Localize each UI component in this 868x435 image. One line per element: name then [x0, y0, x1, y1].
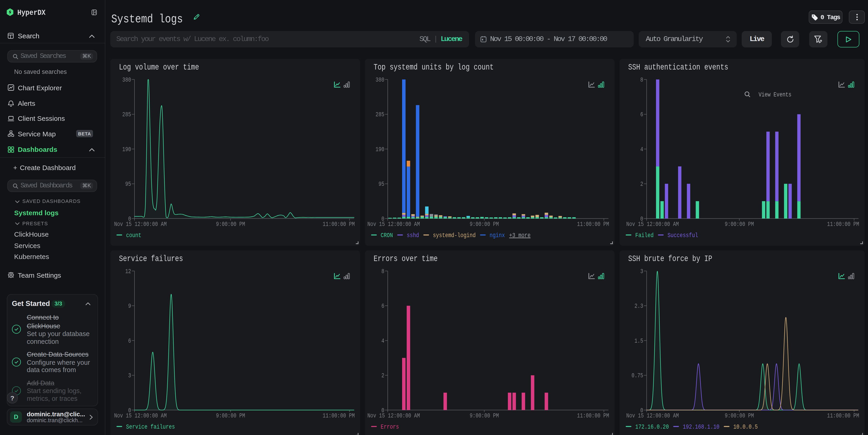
svg-text:3: 3 [640, 268, 643, 275]
svg-text:count: count [126, 232, 141, 239]
svg-text:Log volume over time: Log volume over time [119, 63, 199, 72]
svg-text:6: 6 [640, 111, 643, 118]
svg-text:Errors over time: Errors over time [374, 254, 438, 263]
svg-text:9:00:00 PM: 9:00:00 PM [470, 412, 499, 419]
svg-text:Service failures: Service failures [119, 254, 183, 263]
svg-text:2.3: 2.3 [634, 303, 643, 310]
svg-text:Nov 15 12:00:00 AM: Nov 15 12:00:00 AM [367, 412, 420, 419]
svg-text:4: 4 [640, 146, 643, 153]
svg-text:11:00:00 PM: 11:00:00 PM [323, 221, 355, 228]
svg-text:11:00:00 PM: 11:00:00 PM [323, 412, 355, 419]
svg-text:190: 190 [376, 146, 384, 153]
svg-text:systemd-logind: systemd-logind [433, 232, 476, 239]
svg-text:9:00:00 PM: 9:00:00 PM [725, 412, 754, 419]
svg-text:CRON: CRON [381, 232, 393, 239]
svg-text:2: 2 [381, 372, 384, 379]
svg-text:4: 4 [381, 337, 384, 344]
svg-text:192.168.1.10: 192.168.1.10 [683, 423, 719, 430]
svg-text:2: 2 [640, 181, 643, 188]
svg-text:8: 8 [640, 76, 643, 84]
svg-text:9:00:00 PM: 9:00:00 PM [216, 412, 245, 419]
svg-text:6: 6 [128, 337, 131, 344]
svg-text:Errors: Errors [381, 423, 399, 430]
svg-text:190: 190 [122, 146, 131, 153]
svg-text:Nov 15 12:00:00 AM: Nov 15 12:00:00 AM [114, 412, 167, 419]
svg-text:95: 95 [125, 181, 131, 188]
svg-text:9: 9 [128, 303, 131, 310]
svg-text:HyperDX: HyperDX [17, 8, 45, 17]
svg-text:6: 6 [381, 303, 384, 310]
svg-text:Failed: Failed [635, 232, 653, 239]
svg-text:Top systemd units by log count: Top systemd units by log count [374, 63, 494, 72]
svg-text:95: 95 [378, 181, 384, 188]
svg-text:Nov 15 12:00:00 AM: Nov 15 12:00:00 AM [114, 221, 167, 228]
svg-text:Successful: Successful [668, 232, 698, 239]
svg-text:9:00:00 PM: 9:00:00 PM [725, 221, 754, 228]
svg-text:Nov 15 12:00:00 AM: Nov 15 12:00:00 AM [626, 412, 679, 419]
svg-text:285: 285 [376, 111, 384, 118]
svg-text:10.0.0.5: 10.0.0.5 [733, 423, 758, 430]
svg-text:Systemd logs: Systemd logs [111, 12, 183, 26]
svg-text:SSH authentication events: SSH authentication events [628, 63, 728, 72]
svg-text:8: 8 [381, 268, 384, 275]
svg-text:11:00:00 PM: 11:00:00 PM [577, 412, 609, 419]
svg-text:+3 more: +3 more [509, 232, 531, 239]
svg-text:1.5: 1.5 [634, 337, 643, 344]
svg-text:9:00:00 PM: 9:00:00 PM [470, 221, 499, 228]
svg-text:11:00:00 PM: 11:00:00 PM [827, 221, 859, 228]
svg-text:3: 3 [128, 372, 131, 379]
svg-text:380: 380 [376, 76, 384, 84]
svg-text:Service failures: Service failures [126, 423, 175, 430]
svg-text:View Events: View Events [758, 91, 792, 98]
svg-text:SSH brute force by IP: SSH brute force by IP [628, 254, 712, 263]
svg-text:11:00:00 PM: 11:00:00 PM [827, 412, 859, 419]
svg-text:0.75: 0.75 [631, 372, 643, 379]
svg-text:12: 12 [125, 268, 131, 275]
svg-text:285: 285 [122, 111, 131, 118]
svg-text:Nov 15 12:00:00 AM: Nov 15 12:00:00 AM [626, 221, 679, 228]
svg-text:380: 380 [122, 76, 131, 84]
svg-text:11:00:00 PM: 11:00:00 PM [577, 221, 609, 228]
svg-text:nginx: nginx [490, 232, 505, 239]
svg-text:172.16.0.20: 172.16.0.20 [635, 423, 669, 430]
svg-text:Nov 15 12:00:00 AM: Nov 15 12:00:00 AM [367, 221, 420, 228]
svg-text:sshd: sshd [407, 232, 419, 239]
svg-text:9:00:00 PM: 9:00:00 PM [216, 221, 245, 228]
